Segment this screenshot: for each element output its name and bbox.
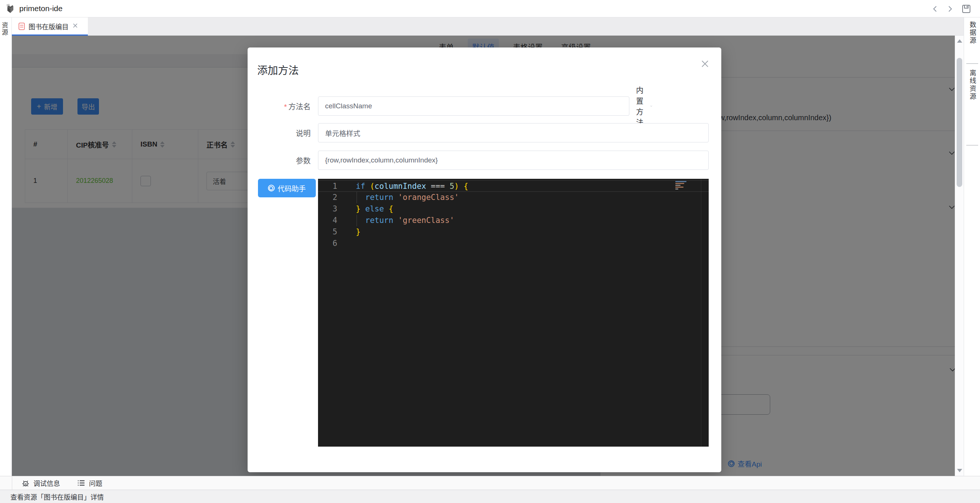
form-document-icon (19, 22, 25, 30)
bottom-panel-bar: 调试信息 问题 (0, 476, 980, 490)
token-string: 'orangeClass' (398, 193, 459, 202)
tab-label: 图书在版编目 (29, 22, 68, 31)
debug-info-item[interactable]: 调试信息 (22, 478, 60, 488)
line-number: 4 (318, 215, 337, 226)
builtin-method-dropdown[interactable]: 内置方法 (636, 96, 652, 116)
bug-icon (22, 479, 30, 487)
assistant-label: 代码助手 (278, 183, 306, 193)
problems-label: 问题 (89, 478, 102, 488)
tab-strip: 图书在版编目 (12, 18, 964, 36)
token-plain (393, 193, 398, 202)
line-number: 6 (318, 238, 337, 249)
token-bracket: } (356, 204, 361, 213)
status-bar: 查看资源「图书在版编目」详情 (0, 490, 980, 503)
code-line[interactable]: 4 return 'greenClass' (318, 215, 709, 226)
save-icon[interactable] (961, 4, 971, 14)
token-keyword: return (365, 216, 393, 225)
nav-back-icon[interactable] (932, 6, 939, 12)
add-method-dialog: 添加方法 方法名 cellClassName 内置方法 说明 单元格样式 参数 … (248, 48, 721, 472)
status-text: 查看资源「图书在版编目」详情 (10, 492, 104, 501)
method-name-input[interactable]: cellClassName (318, 96, 629, 116)
tab-book-cip[interactable]: 图书在版编目 (12, 18, 88, 35)
builtin-method-label: 内置方法 (636, 85, 647, 128)
code-line[interactable]: 1if (columnIndex === 5) { (318, 180, 709, 192)
token-bracket: } (356, 227, 361, 236)
scroll-down-icon[interactable] (957, 469, 962, 472)
scrollbar-thumb[interactable] (957, 58, 962, 187)
right-rail: 数据源 离线资源 (964, 18, 980, 490)
token-bracket: { (389, 204, 394, 213)
token-bracket: { (464, 182, 468, 191)
assistant-icon (268, 185, 275, 192)
token-bracket: ) (454, 182, 459, 191)
nav-forward-icon[interactable] (947, 6, 953, 12)
token-plain (356, 216, 365, 225)
line-number: 1 (318, 180, 337, 192)
sidebar-tab-resources[interactable]: 资源 (0, 22, 12, 36)
vertical-scrollbar[interactable] (955, 36, 964, 476)
token-plain (361, 204, 366, 213)
chevron-down-icon (650, 103, 652, 109)
code-editor[interactable]: 1if (columnIndex === 5) {2 return 'orang… (318, 179, 709, 447)
title-bar: primeton-ide (0, 0, 980, 18)
token-variable: columnIndex (375, 182, 426, 191)
token-number: 5 (450, 182, 454, 191)
token-keyword: return (365, 193, 393, 202)
code-line[interactable]: 2 return 'orangeClass' (318, 192, 709, 203)
dialog-title: 添加方法 (257, 62, 299, 77)
rail-tab-offline-resources[interactable]: 离线资源 (964, 69, 980, 101)
token-plain (384, 204, 389, 213)
line-number: 3 (318, 203, 337, 215)
token-string: 'greenClass' (398, 216, 454, 225)
method-name-label: 方法名 (248, 101, 310, 112)
code-line[interactable]: 3} else { (318, 203, 709, 215)
code-assistant-button[interactable]: 代码助手 (258, 179, 316, 197)
token-keyword: if (356, 182, 365, 191)
app-title: primeton-ide (19, 4, 63, 13)
scroll-up-icon[interactable] (957, 39, 962, 43)
list-icon (77, 479, 85, 487)
description-label: 说明 (248, 128, 310, 138)
problems-item[interactable]: 问题 (77, 478, 102, 488)
close-icon[interactable] (700, 59, 710, 70)
description-input[interactable]: 单元格样式 (318, 123, 709, 142)
token-plain (393, 216, 398, 225)
app-logo (5, 3, 16, 14)
left-rail: 资源 (0, 18, 12, 490)
params-label: 参数 (248, 155, 310, 166)
line-number: 5 (318, 226, 337, 238)
params-input[interactable]: {row,rowIndex,column,columnIndex} (318, 151, 709, 170)
code-line[interactable]: 5} (318, 226, 709, 238)
token-plain (459, 182, 464, 191)
line-number: 2 (318, 192, 337, 203)
rail-tab-datasource[interactable]: 数据源 (964, 21, 980, 45)
token-plain (356, 193, 365, 202)
debug-info-label: 调试信息 (33, 478, 60, 488)
token-operator: === (426, 182, 450, 191)
active-tab-underline (12, 35, 88, 36)
token-bracket: ( (365, 182, 374, 191)
tab-close-icon[interactable] (72, 22, 78, 30)
token-keyword: else (365, 204, 384, 213)
code-line[interactable]: 6 (318, 238, 709, 249)
